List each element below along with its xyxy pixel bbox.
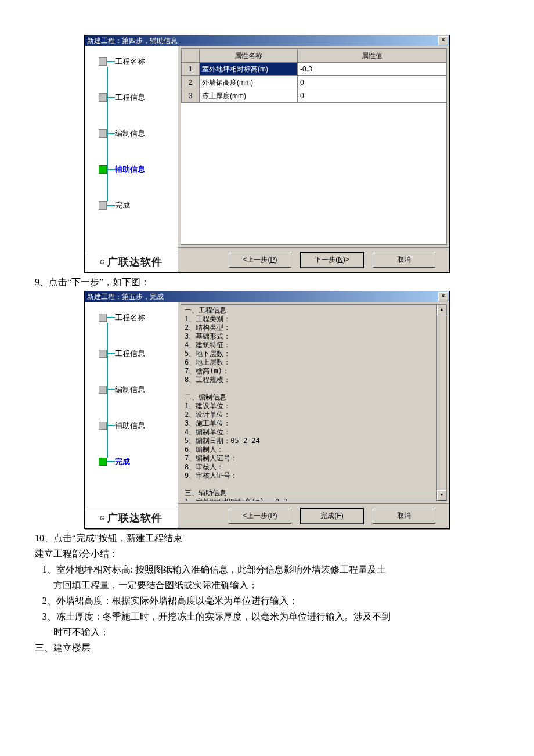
- col-header-name: 属性名称: [200, 49, 298, 63]
- property-grid: 属性名称 属性值 1 室外地坪相对标高(m) -0.3 2 外墙裙高度(mm) …: [181, 48, 447, 245]
- finish-button[interactable]: 完成(F): [301, 509, 363, 524]
- scroll-up-icon[interactable]: ▲: [437, 305, 446, 315]
- summary-item-3b: 时可不输入；: [35, 625, 499, 639]
- step-label: 编制信息: [115, 128, 145, 139]
- wizard-button-row: <上一步(P) 下一步(N)> 取消: [178, 247, 449, 272]
- logo-icon: G: [100, 259, 105, 265]
- titlebar: 新建工程：第五步，完成 ×: [85, 291, 449, 302]
- wizard-button-row: <上一步(P) 完成(F) 取消: [178, 503, 449, 528]
- step-finish[interactable]: 完成: [99, 456, 178, 468]
- wizard-steps-sidebar: 工程名称 工程信息 编制信息 辅助信息: [85, 302, 178, 528]
- brand-logo: G 广联达软件: [85, 251, 178, 272]
- step-label: 完成: [115, 456, 130, 467]
- step-project-info[interactable]: 工程信息: [99, 348, 178, 384]
- step-label: 辅助信息: [115, 164, 145, 175]
- prop-value-cell[interactable]: 0: [298, 76, 446, 89]
- table-row[interactable]: 1 室外地坪相对标高(m) -0.3: [182, 63, 446, 76]
- prop-value-cell[interactable]: -0.3: [298, 63, 446, 76]
- step-compile-info[interactable]: 编制信息: [99, 384, 178, 420]
- vertical-scrollbar[interactable]: ▲ ▼: [436, 305, 446, 501]
- main-pane: 属性名称 属性值 1 室外地坪相对标高(m) -0.3 2 外墙裙高度(mm) …: [178, 46, 449, 272]
- table-row[interactable]: 3 冻土厚度(mm) 0: [182, 89, 446, 103]
- wizard-steps-sidebar: 工程名称 工程信息 编制信息 辅助信息: [85, 46, 178, 272]
- logo-icon: G: [100, 515, 105, 521]
- titlebar: 新建工程：第四步，辅助信息 ×: [85, 35, 449, 46]
- prop-name-cell[interactable]: 室外地坪相对标高(m): [200, 63, 298, 76]
- prop-value-cell[interactable]: 0: [298, 89, 446, 103]
- prop-name-cell[interactable]: 冻土厚度(mm): [200, 89, 298, 103]
- cancel-button[interactable]: 取消: [373, 253, 435, 268]
- dialog-title: 新建工程：第五步，完成: [87, 292, 438, 302]
- step-label: 工程信息: [115, 92, 145, 103]
- summary-pane: 一、工程信息 1、工程类别： 2、结构类型： 3、基础形式： 4、建筑特征： 5…: [181, 304, 447, 501]
- prop-name-cell[interactable]: 外墙裙高度(mm): [200, 76, 298, 89]
- summary-heading: 建立工程部分小结：: [35, 547, 499, 561]
- next-button[interactable]: 下一步(N)>: [301, 253, 363, 268]
- step-compile-info[interactable]: 编制信息: [99, 128, 178, 164]
- close-icon[interactable]: ×: [438, 36, 448, 45]
- caption-step9: 9、点击“下一步”，如下图：: [35, 275, 499, 289]
- cancel-button[interactable]: 取消: [373, 509, 435, 524]
- step-aux-info[interactable]: 辅助信息: [99, 164, 178, 200]
- row-number: 3: [182, 89, 200, 103]
- wizard-dialog-step5: 新建工程：第五步，完成 × 工程名称 工程信息 编制信: [84, 291, 450, 529]
- section-3-heading: 三、建立楼层: [35, 641, 499, 655]
- wizard-dialog-step4: 新建工程：第四步，辅助信息 × 工程名称 工程信息 编: [84, 35, 450, 273]
- caption-step10: 10、点击“完成”按钮，新建工程结束: [35, 531, 499, 545]
- step-project-name[interactable]: 工程名称: [99, 56, 178, 92]
- scroll-down-icon[interactable]: ▼: [437, 490, 446, 501]
- step-project-info[interactable]: 工程信息: [99, 92, 178, 128]
- close-icon[interactable]: ×: [438, 292, 448, 301]
- step-label: 辅助信息: [115, 420, 145, 431]
- step-label: 编制信息: [115, 384, 145, 395]
- summary-item-1a: 1、室外地坪相对标高: 按照图纸输入准确信息，此部分信息影响外墙装修工程量及土: [35, 563, 499, 577]
- step-finish[interactable]: 完成: [99, 200, 178, 212]
- brand-logo: G 广联达软件: [85, 507, 178, 528]
- prev-button[interactable]: <上一步(P): [229, 253, 291, 268]
- main-pane: 一、工程信息 1、工程类别： 2、结构类型： 3、基础形式： 4、建筑特征： 5…: [178, 302, 449, 528]
- prev-button[interactable]: <上一步(P): [229, 509, 291, 524]
- logo-text: 广联达软件: [107, 511, 163, 525]
- row-number: 1: [182, 63, 200, 76]
- table-row[interactable]: 2 外墙裙高度(mm) 0: [182, 76, 446, 89]
- summary-item-1b: 方回填工程量，一定要结合图纸或实际准确输入；: [35, 578, 499, 592]
- logo-text: 广联达软件: [107, 255, 163, 269]
- col-header-value: 属性值: [298, 49, 446, 63]
- summary-text: 一、工程信息 1、工程类别： 2、结构类型： 3、基础形式： 4、建筑特征： 5…: [181, 305, 446, 501]
- summary-item-2: 2、外墙裙高度：根据实际外墙裙高度以毫米为单位进行输入；: [35, 594, 499, 608]
- step-project-name[interactable]: 工程名称: [99, 312, 178, 348]
- rownum-header: [182, 49, 200, 63]
- summary-item-3a: 3、冻土厚度：冬季施工时，开挖冻土的实际厚度，以毫米为单位进行输入。涉及不到: [35, 610, 499, 624]
- step-aux-info[interactable]: 辅助信息: [99, 420, 178, 456]
- dialog-title: 新建工程：第四步，辅助信息: [87, 36, 438, 46]
- step-label: 工程名称: [115, 312, 145, 323]
- row-number: 2: [182, 76, 200, 89]
- step-label: 完成: [115, 200, 130, 211]
- step-label: 工程信息: [115, 348, 145, 359]
- step-label: 工程名称: [115, 56, 145, 67]
